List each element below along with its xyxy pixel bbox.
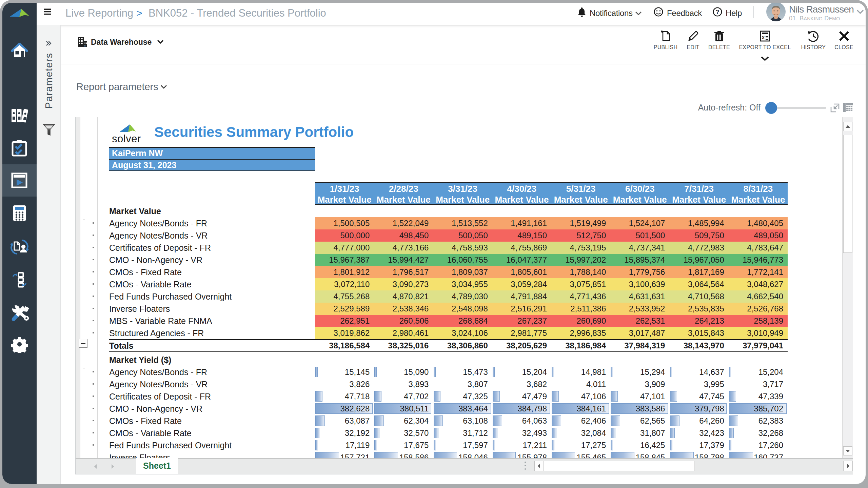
- svg-text:?: ?: [716, 9, 719, 15]
- svg-text:x: x: [762, 35, 765, 40]
